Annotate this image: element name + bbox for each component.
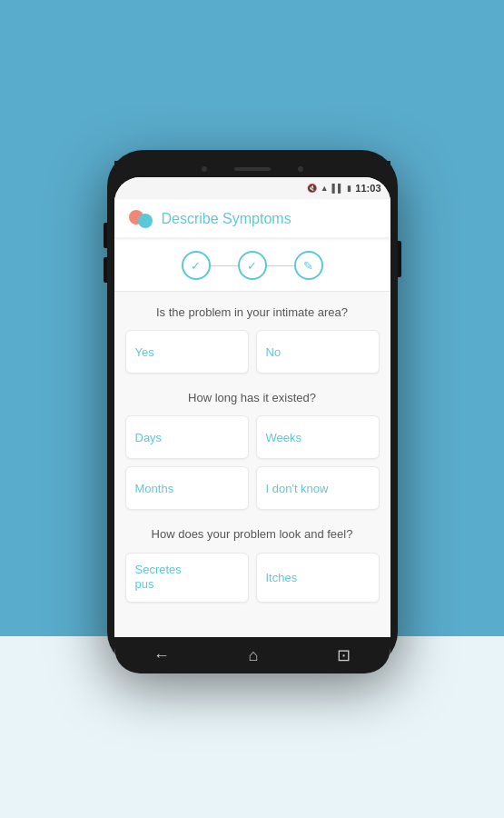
status-bar: 🔇 ▲ ▌▌ ▮ 11:03	[114, 177, 390, 199]
question-2: How long has it existed?	[125, 377, 380, 415]
options-grid-1: Yes No	[125, 330, 380, 374]
app-header: Describe Symptoms	[114, 199, 390, 238]
speaker	[234, 167, 271, 171]
step-1: ✓	[182, 251, 211, 280]
power-button	[398, 241, 401, 277]
wifi-icon: ▲	[321, 184, 329, 193]
status-icons: 🔇 ▲ ▌▌ ▮ 11:03	[307, 183, 381, 194]
option-months[interactable]: Months	[125, 466, 249, 510]
status-time: 11:03	[355, 183, 380, 194]
app-logo	[129, 210, 154, 228]
nav-bar: ← ⌂ ⊡	[114, 637, 390, 673]
option-weeks[interactable]: Weeks	[256, 415, 380, 459]
step-2: ✓	[238, 251, 267, 280]
back-button[interactable]: ←	[139, 641, 184, 671]
step-line-2	[267, 265, 294, 266]
question-1: Is the problem in your intimate area?	[125, 292, 380, 330]
vol-down-button	[104, 257, 107, 283]
question-3: How does your problem look and feel?	[125, 514, 380, 552]
options-grid-3: Secretespus Itches	[125, 553, 380, 604]
progress-steps: ✓ ✓ ✎	[114, 238, 390, 289]
step-line-1	[211, 265, 238, 266]
phone-frame: 🔇 ▲ ▌▌ ▮ 11:03 Describe Symptoms ✓ ✓ ✎	[107, 150, 398, 668]
step-3: ✎	[294, 251, 323, 280]
logo-bubble-2	[138, 214, 153, 228]
option-no[interactable]: No	[256, 330, 380, 374]
camera-dot	[202, 166, 207, 172]
vol-up-button	[104, 223, 107, 248]
content-area: Is the problem in your intimate area? Ye…	[114, 292, 390, 637]
recent-button[interactable]: ⊡	[322, 640, 365, 671]
signal-icon: ▌▌	[332, 184, 344, 193]
sensor-dot	[298, 166, 303, 172]
home-button[interactable]: ⌂	[234, 641, 273, 671]
phone-top-bar	[114, 161, 390, 177]
app-title: Describe Symptoms	[162, 211, 292, 227]
mute-icon: 🔇	[307, 184, 317, 193]
battery-icon: ▮	[347, 184, 351, 193]
option-itches[interactable]: Itches	[256, 553, 380, 604]
option-secretes-pus[interactable]: Secretespus	[125, 553, 249, 604]
phone-screen: 🔇 ▲ ▌▌ ▮ 11:03 Describe Symptoms ✓ ✓ ✎	[114, 177, 390, 673]
option-dont-know[interactable]: I don't know	[256, 466, 380, 510]
option-yes[interactable]: Yes	[125, 330, 249, 374]
option-days[interactable]: Days	[125, 415, 249, 459]
options-grid-2: Days Weeks Months I don't know	[125, 415, 380, 510]
